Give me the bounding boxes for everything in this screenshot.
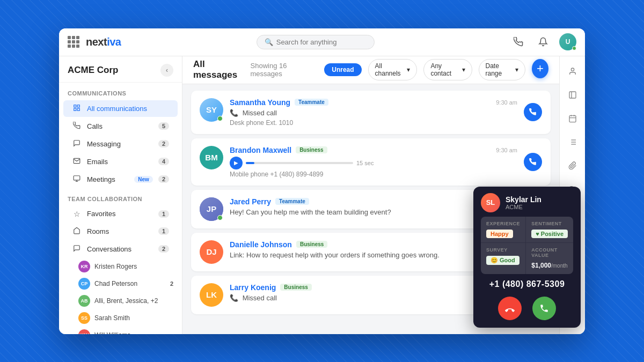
- phone-icon-btn[interactable]: [510, 33, 527, 50]
- caller-card: SL Skylar Lin ACME EXPERIENCE Happy SENT…: [473, 187, 581, 328]
- msg-tag-3: Teammate: [275, 198, 309, 205]
- online-status: [572, 46, 576, 50]
- emails-badge: 4: [158, 158, 169, 165]
- msg-time-2: 9:30 am: [496, 147, 517, 153]
- all-comms-icon: [72, 104, 82, 113]
- sub-avatar-will: WW: [78, 329, 90, 334]
- right-icon-list[interactable]: [563, 85, 582, 105]
- app-logo: nextiva: [86, 36, 121, 48]
- account-label: ACCOUNT VALUE: [531, 247, 568, 258]
- search-bar-container[interactable]: 🔍: [257, 35, 375, 49]
- sentiment-label: SENTIMENT: [531, 221, 568, 226]
- sub-label-will: Will Williams: [94, 331, 173, 334]
- top-bar-actions: U: [510, 33, 576, 50]
- svg-rect-3: [77, 108, 79, 110]
- call-action-1[interactable]: [524, 103, 542, 121]
- decline-call-btn[interactable]: [498, 297, 522, 320]
- sidebar-header: ACME Corp ‹: [59, 56, 182, 83]
- sentiment-cell: SENTIMENT ♥ Positive: [526, 217, 573, 242]
- sub-label-alli: Alli, Brent, Jessica, +2: [94, 297, 173, 305]
- date-range-filter[interactable]: Date range ▾: [479, 59, 525, 80]
- svg-rect-4: [74, 175, 80, 180]
- sidebar-item-conversations-label: Conversations: [87, 245, 153, 253]
- message-card-1[interactable]: SY Samantha Young Teammate 9:30 am 📞 Mis…: [191, 91, 551, 134]
- sub-item-chad[interactable]: CP Chad Peterson 2: [59, 275, 182, 292]
- voicemail-player-2: ▶ 15 sec: [230, 157, 517, 169]
- compose-btn[interactable]: +: [532, 59, 548, 78]
- survey-value: 😊 Good: [486, 256, 519, 265]
- caller-company: ACME: [506, 204, 541, 210]
- caller-actions: [473, 292, 581, 328]
- msg-tag-5: Business: [280, 284, 311, 291]
- msg-time-1: 9:30 am: [496, 99, 517, 106]
- right-icon-calendar[interactable]: [563, 109, 582, 128]
- sidebar-item-messaging-label: Messaging: [87, 140, 153, 148]
- sidebar-item-calls[interactable]: Calls 5: [63, 118, 178, 135]
- any-contact-filter[interactable]: Any contact ▾: [423, 59, 472, 80]
- call-action-2[interactable]: [524, 153, 542, 171]
- sidebar-item-rooms[interactable]: Rooms 1: [63, 223, 178, 240]
- svg-point-7: [571, 68, 574, 71]
- user-avatar[interactable]: U: [559, 33, 576, 50]
- calls-icon: [72, 122, 82, 131]
- sub-item-sarah[interactable]: SS Sarah Smith: [59, 309, 182, 327]
- msg-tag-1: Teammate: [295, 99, 328, 106]
- sidebar-item-meetings[interactable]: Meetings New 2: [63, 171, 178, 188]
- progress-fill-2: [246, 162, 254, 164]
- unread-filter-btn[interactable]: Unread: [324, 63, 361, 76]
- collapse-sidebar-btn[interactable]: ‹: [160, 64, 173, 77]
- sidebar-item-all-comms-label: All communications: [87, 105, 169, 113]
- meetings-new-badge: New: [134, 176, 153, 183]
- all-channels-filter[interactable]: All channels ▾: [368, 59, 418, 80]
- sidebar-item-emails[interactable]: Emails 4: [63, 153, 178, 170]
- sub-label-sarah: Sarah Smith: [94, 314, 173, 322]
- online-dot-samantha: [217, 116, 223, 121]
- call-icon-1: 📞: [230, 109, 238, 117]
- sub-avatar-alli: AB: [78, 295, 90, 307]
- sub-item-alli[interactable]: AB Alli, Brent, Jessica, +2: [59, 292, 182, 309]
- right-icon-attach[interactable]: [563, 156, 582, 175]
- sidebar-item-favorites-label: Favorites: [87, 210, 153, 218]
- play-btn-2[interactable]: ▶: [230, 157, 243, 169]
- sentiment-value: ♥ Positive: [531, 230, 568, 238]
- caller-card-header: SL Skylar Lin ACME: [473, 187, 581, 217]
- sidebar-item-conversations[interactable]: Conversations 2: [63, 241, 178, 257]
- call-icon-5: 📞: [230, 294, 238, 302]
- sidebar: ACME Corp ‹ Communications All communica…: [59, 56, 182, 334]
- svg-rect-2: [74, 108, 76, 110]
- messaging-icon: [72, 139, 82, 149]
- sidebar-item-favorites[interactable]: ☆ Favorites 1: [63, 206, 178, 222]
- right-icon-profile[interactable]: [563, 62, 582, 81]
- team-label: Team collaboration: [59, 188, 182, 205]
- progress-bar-2[interactable]: [246, 162, 353, 164]
- msg-name-5: Larry Koenig: [230, 283, 276, 292]
- msg-tag-4: Business: [296, 241, 327, 248]
- sidebar-item-rooms-label: Rooms: [87, 227, 153, 235]
- sub-item-kristen[interactable]: KR Kristen Rogers: [59, 258, 182, 275]
- sidebar-item-all-comms[interactable]: All communications: [63, 100, 178, 117]
- caller-info-grid: EXPERIENCE Happy SENTIMENT ♥ Positive SU…: [481, 217, 573, 274]
- sidebar-item-emails-label: Emails: [87, 158, 153, 166]
- search-input[interactable]: [276, 38, 367, 46]
- accept-call-btn[interactable]: [532, 297, 556, 320]
- msg-tag-2: Business: [296, 146, 327, 153]
- avatar-jared: JP: [200, 197, 223, 221]
- msg-body-1: Samantha Young Teammate 9:30 am 📞 Missed…: [230, 98, 517, 127]
- sidebar-item-calls-label: Calls: [87, 122, 153, 130]
- msg-text-1: 📞 Missed call: [230, 108, 517, 118]
- account-value: $1,000/month: [531, 262, 567, 269]
- message-card-2[interactable]: BM Brandon Maxwell Business 9:30 am ▶: [191, 138, 551, 186]
- sidebar-item-meetings-label: Meetings: [87, 175, 129, 183]
- survey-cell: SURVEY 😊 Good: [481, 243, 525, 274]
- right-icon-tasks[interactable]: [563, 132, 582, 152]
- sub-label-kristen: Kristen Rogers: [94, 263, 173, 270]
- search-icon: 🔍: [265, 38, 273, 46]
- caller-info: Skylar Lin ACME: [506, 195, 541, 210]
- sub-item-will[interactable]: WW Will Williams: [59, 327, 182, 334]
- sub-avatar-chad: CP: [78, 278, 90, 290]
- bell-icon-btn[interactable]: [535, 33, 552, 50]
- calls-badge: 5: [158, 122, 169, 130]
- sidebar-item-messaging[interactable]: Messaging 2: [63, 136, 178, 152]
- msg-header-2: Brandon Maxwell Business 9:30 am: [230, 146, 517, 154]
- grid-menu-icon[interactable]: [68, 36, 79, 48]
